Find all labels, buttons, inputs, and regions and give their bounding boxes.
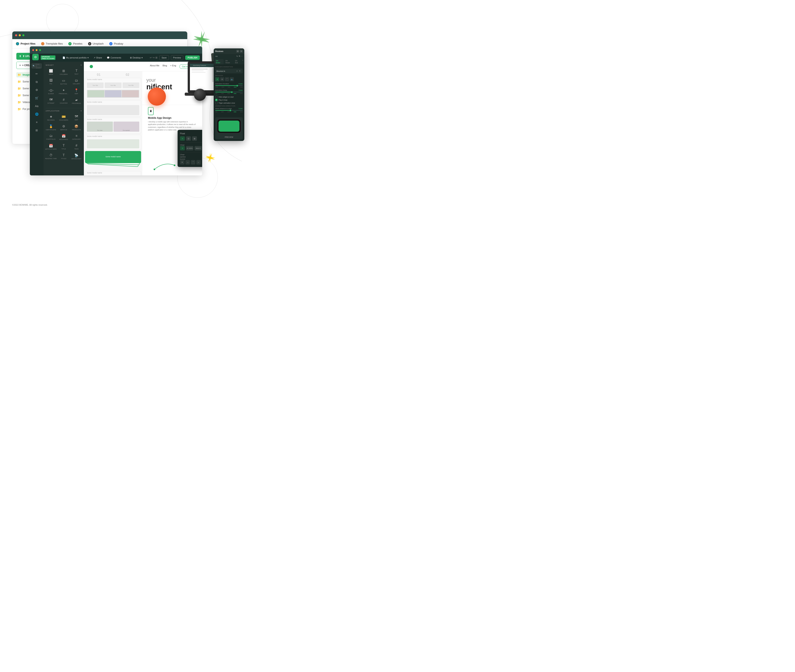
app-widget-service[interactable]: ⚙ SERVICE (58, 123, 70, 132)
editor-maximize-dot[interactable] (39, 49, 41, 51)
float-icon-x[interactable]: ✕ (180, 160, 184, 165)
play-in-loop-checkbox[interactable]: ✓ (215, 99, 218, 101)
portfolio-dropdown[interactable]: 📄 My personal portfolio ▾ (61, 56, 90, 60)
app-widget-article-date[interactable]: 📆 ARTICLE DATE (45, 142, 57, 151)
maximize-dot[interactable] (22, 34, 24, 36)
grid-icon[interactable]: ⊞ (155, 56, 157, 59)
app-widget-cert[interactable]: 🏅 CERTIFICATE (45, 123, 57, 132)
widget-slider[interactable]: ◁▷ SLIDER (45, 87, 57, 96)
device-tv[interactable]: 📺 (230, 77, 234, 81)
distance-thumb[interactable] (230, 110, 231, 111)
nav-lang[interactable]: + Eng (170, 64, 176, 69)
app-widget-reading-time[interactable]: ⏱ READING TIME (45, 152, 57, 161)
float-btn-grid-1[interactable]: ⊡ (186, 136, 191, 141)
select-clear-btn[interactable]: ✕ (238, 69, 242, 73)
save-button[interactable]: Save (160, 55, 169, 60)
reviews-close-btn[interactable]: ✕ (240, 50, 243, 53)
widget-button[interactable]: ▭ BUTTON (58, 77, 70, 86)
widget-area[interactable]: ⬜ AREA (45, 67, 57, 77)
device-mobile[interactable]: 📱 (225, 77, 229, 81)
app-widget-title2[interactable]: T TITLE2 (58, 152, 70, 161)
app-widget-category[interactable]: ≡ CATEGORY (70, 133, 83, 142)
preview-button[interactable]: Preview (171, 55, 183, 60)
reviews-tab-on-enter[interactable]: On Enter (215, 59, 224, 64)
module-card-3[interactable]: Some modul name For man For women (85, 118, 141, 133)
float-btn-grid-2[interactable]: ⊞ (192, 136, 197, 141)
app-widget-map[interactable]: 🗺 MAP (70, 113, 83, 122)
duration-thumb[interactable] (237, 85, 238, 86)
app-widget-tags[interactable]: # TAGS (70, 142, 83, 151)
float-icon-corner[interactable]: ⌐ (196, 160, 201, 165)
widget-gallery[interactable]: 🗂 GALLERY (70, 77, 83, 86)
duration-slider[interactable] (215, 85, 243, 86)
hide-on-start-checkbox[interactable] (215, 96, 218, 98)
module-card-1[interactable]: Some modul name Your title Your title Yo… (85, 78, 141, 99)
comments-button[interactable]: 💬 Comments (106, 56, 123, 60)
module-card-4[interactable]: Some modul name (85, 135, 141, 150)
module-card-2[interactable]: Some modul name (85, 101, 141, 117)
sidebar-btn-pen[interactable]: ✏ (32, 70, 41, 77)
comments-icon: 💬 (107, 56, 110, 59)
widget-pic[interactable]: 🖼 PIC (45, 77, 57, 86)
reviews-next-arrow[interactable]: › (243, 59, 243, 64)
sidebar-search[interactable]: 🔍 Enter to search (32, 63, 42, 69)
widget-predesigned[interactable]: ✦ PREDESIG... (58, 87, 70, 96)
minimize-dot[interactable] (19, 34, 21, 36)
upgrade-badge[interactable]: UPGRADEFREE ACCOUNT (41, 56, 56, 60)
undo-icon[interactable]: ↩ (150, 56, 152, 59)
sidebar-btn-settings[interactable]: ⚙ (32, 86, 41, 94)
sidebar-btn-layers2[interactable]: ≡ (32, 118, 41, 126)
nav-link-about[interactable]: About Me (150, 64, 159, 69)
editor-minimize-dot[interactable] (36, 49, 37, 51)
float-clear-opt2[interactable]: Mob H (195, 146, 202, 150)
delay-thumb[interactable] (231, 91, 233, 93)
redo-icon[interactable]: ↪ (153, 56, 155, 59)
widget-counter[interactable]: # COUNTER (58, 96, 70, 106)
desktop-dropdown[interactable]: 🖥 Desktop ▾ (128, 56, 144, 60)
trigger-once-checkbox[interactable] (215, 102, 218, 104)
nav-link-blog[interactable]: Blog (163, 64, 167, 69)
widget-map[interactable]: 📍 MAP (70, 87, 83, 96)
reviews-tab-on-hover[interactable]: On Hover (224, 59, 233, 64)
tab-pixabay[interactable]: px Pixabay (109, 42, 123, 45)
widget-sitemap[interactable]: 🗺 SITEMAP (45, 96, 57, 106)
float-clear-opt1[interactable]: B 100% (186, 146, 193, 150)
tab-template-files[interactable]: ◯ Tremplate files (41, 42, 63, 45)
animation-select[interactable]: Bounce In ▾ ✕ (215, 69, 243, 74)
close-dot[interactable] (15, 34, 17, 36)
distance-slider[interactable] (215, 110, 243, 111)
reviews-tab-on-exit[interactable]: On Exit (234, 59, 241, 64)
delay-slider[interactable] (215, 92, 243, 92)
tab-unsplash[interactable]: ⊞ Unsplash (88, 42, 104, 45)
float-icon-right[interactable]: ⌒ (191, 160, 195, 165)
float-clear-x[interactable]: ✕ (180, 146, 185, 150)
app-widget-products[interactable]: 📦 PRODUCTS (70, 123, 83, 132)
app-widget-bookings[interactable]: 📅 BOOKINGS (58, 133, 70, 142)
editor-close-dot[interactable] (32, 49, 34, 51)
widget-progress[interactable]: ▰ PROGRESS (70, 96, 83, 106)
float-btn-x[interactable]: ✕ (180, 136, 185, 141)
widget-text[interactable]: T TEXT (70, 67, 83, 77)
app-widget-broadcast[interactable]: 📡 BROADCAST (70, 152, 83, 161)
sidebar-btn-grid[interactable]: ⊞ (32, 126, 41, 134)
tab-pexeles[interactable]: P Pexeles (68, 42, 82, 45)
widget-section-header[interactable]: WIDGET ▾ (43, 63, 84, 67)
device-tablet[interactable]: ⊡ (220, 77, 224, 81)
sidebar-btn-layers[interactable]: ⧉ (32, 78, 41, 85)
widget-columns[interactable]: ⊞ COLUMNS (58, 67, 70, 77)
application-section-header[interactable]: APPLICATION ▾ (43, 109, 84, 113)
device-desktop[interactable]: 🖥 (215, 77, 219, 81)
app-widget-reviews[interactable]: ★ REVIEWS (45, 113, 57, 122)
sidebar-btn-cart[interactable]: 🛒 (32, 94, 41, 102)
tab-template-files-label: Tremplate files (46, 42, 63, 45)
app-widget-portfolio[interactable]: 🗂 PORTFOLIO (45, 133, 57, 142)
float-icon-bottom[interactable]: ⌓ (186, 160, 190, 165)
app-widget-vouchers[interactable]: 🎫 VOUCHERS (58, 113, 70, 122)
app-widget-title[interactable]: T TITLE (58, 142, 70, 151)
sidebar-btn-globe[interactable]: 🌐 (32, 110, 41, 118)
share-button[interactable]: ↗ Share (92, 56, 103, 60)
sidebar-btn-typography[interactable]: Aa (32, 102, 41, 110)
reviews-settings-btn[interactable]: ⚙ (236, 50, 239, 53)
tab-project-files[interactable]: 🌐 Project files (16, 42, 35, 45)
module-card-5[interactable]: Some modul name (85, 171, 141, 175)
